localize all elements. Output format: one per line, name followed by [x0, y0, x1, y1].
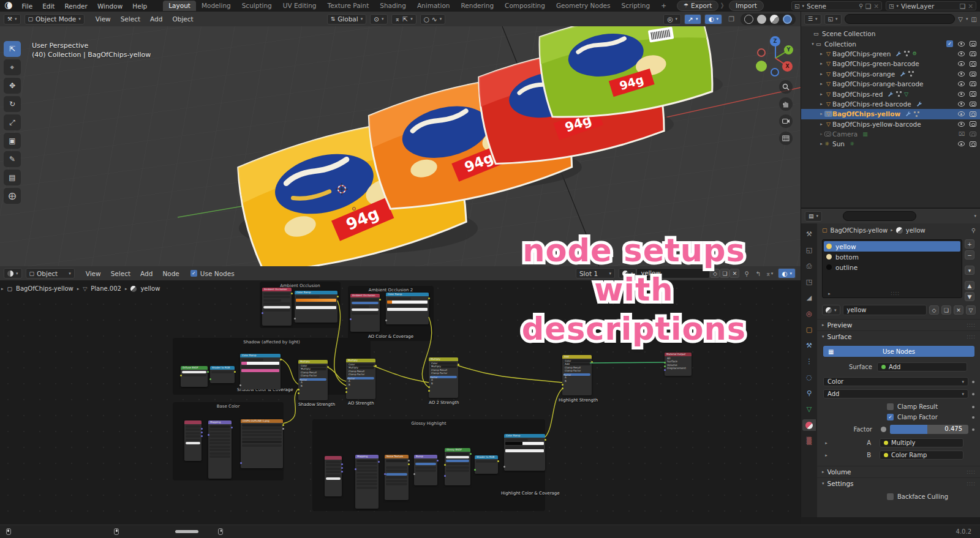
- camera-view-icon[interactable]: [779, 114, 793, 128]
- shading-wireframe-icon[interactable]: [744, 15, 753, 24]
- tool-add-cube[interactable]: ⨁: [4, 188, 21, 204]
- tab-constraints-icon[interactable]: ⚲: [802, 387, 816, 399]
- tab-output-icon[interactable]: ⎙: [802, 260, 816, 272]
- camera-visibility-icon[interactable]: [970, 102, 976, 107]
- tool-annotate[interactable]: ✎: [4, 151, 21, 167]
- eye-icon[interactable]: [958, 141, 965, 146]
- node-shader-to-rgb-1[interactable]: Shader to RGB: [210, 366, 235, 383]
- camera-visibility-icon[interactable]: [970, 61, 976, 67]
- b-expand-icon[interactable]: ▸: [823, 453, 829, 458]
- shading-solid-icon[interactable]: [757, 15, 766, 24]
- slot-bottom[interactable]: bottom: [824, 252, 960, 262]
- zoom-icon[interactable]: [779, 80, 793, 94]
- eye-icon[interactable]: [958, 42, 965, 47]
- node-texture-coordinate-2[interactable]: [325, 456, 342, 496]
- tab-render-icon[interactable]: ◱: [802, 244, 816, 256]
- eye-icon[interactable]: [958, 122, 965, 127]
- camera-visibility-icon[interactable]: [970, 121, 976, 127]
- new-viewlayer-icon[interactable]: ❏: [960, 2, 965, 10]
- tab-layout[interactable]: Layout: [163, 1, 196, 11]
- clamp-factor-checkbox[interactable]: ✓: [887, 414, 894, 420]
- node-color-ramp-shadow[interactable]: Color Ramp: [240, 354, 281, 389]
- tab-modeling[interactable]: Modeling: [196, 1, 236, 11]
- transform-orientation[interactable]: ⇅ Global▾: [327, 14, 367, 24]
- menu-render[interactable]: Render: [59, 2, 92, 10]
- eye-icon[interactable]: [958, 102, 965, 106]
- add-workspace-button[interactable]: +: [655, 1, 672, 11]
- outliner-row-camera[interactable]: ▸ Camera ▦ ⌧: [801, 129, 980, 139]
- pin-icon[interactable]: ⚲: [971, 227, 976, 234]
- eye-icon[interactable]: [958, 111, 965, 116]
- tab-object-icon[interactable]: ▢: [802, 324, 816, 335]
- menu-edit[interactable]: Edit: [37, 2, 59, 10]
- animate-dot[interactable]: [972, 406, 974, 408]
- slot-specials-menu[interactable]: ▾: [965, 266, 974, 275]
- add-slot-button[interactable]: +: [965, 239, 974, 248]
- preview-panel-header[interactable]: ▸Preview::::: [817, 319, 980, 331]
- breadcrumb-object[interactable]: BagOfChips-yellow: [16, 285, 74, 292]
- tab-texture-paint[interactable]: Texture Paint: [322, 1, 375, 11]
- use-nodes-button[interactable]: ▦ Use Nodes: [823, 346, 974, 357]
- outliner-row-bag-red[interactable]: ▸▽BagOfChips-red ▽: [801, 89, 980, 99]
- a-value[interactable]: Multiply: [880, 438, 963, 447]
- node-material-output[interactable]: Material Output All Surface Volume Displ…: [665, 353, 692, 376]
- outliner-row-sun[interactable]: ▸ ☼ Sun ☼: [801, 139, 980, 149]
- outliner-row-bag-orange[interactable]: ▸▽BagOfChips-orange: [801, 69, 980, 79]
- eye-icon[interactable]: [958, 92, 965, 97]
- outliner-row-collection[interactable]: ▾ ▭ Collection ✓: [801, 39, 980, 48]
- outliner-row-scene-collection[interactable]: ▭ Scene Collection: [801, 29, 980, 39]
- node-color-ramp-2[interactable]: Color Ramp: [386, 293, 429, 324]
- pan-hand-icon[interactable]: [779, 97, 793, 111]
- tab-compositing[interactable]: Compositing: [499, 1, 551, 11]
- breadcrumb-expand-icon[interactable]: ▸: [1, 286, 4, 291]
- tab-modifiers-icon[interactable]: ⚒: [802, 340, 816, 351]
- breadcrumb-material[interactable]: yellow: [906, 227, 925, 234]
- show-object-types[interactable]: ◎▾: [663, 14, 681, 24]
- tab-animation[interactable]: Animation: [412, 1, 456, 11]
- tool-cursor[interactable]: ⌖: [4, 59, 21, 75]
- animate-dot[interactable]: [972, 428, 974, 431]
- vp-menu-add[interactable]: Add: [145, 15, 167, 23]
- sh-menu-node[interactable]: Node: [157, 270, 184, 277]
- move-slot-down-button[interactable]: ▼: [965, 292, 974, 301]
- gizmo-axis-x-neg[interactable]: [757, 48, 766, 57]
- node-diffuse-bsdf[interactable]: Diffuse BSDF: [181, 366, 208, 387]
- navigation-gizmo[interactable]: Z Y X: [752, 34, 796, 78]
- blend-mode-dropdown[interactable]: Add▾: [823, 389, 968, 398]
- animate-dot[interactable]: [972, 416, 974, 419]
- camera-visibility-icon[interactable]: [970, 51, 976, 57]
- eye-icon[interactable]: [958, 61, 965, 66]
- editor-type-outliner[interactable]: ☰▾: [804, 14, 821, 24]
- tab-material-icon[interactable]: [802, 419, 816, 431]
- node-glossy-bsdf[interactable]: Glossy BSDF: [445, 448, 470, 485]
- node-shader-to-rgb-2[interactable]: Shader to RGB: [475, 455, 498, 474]
- shading-rendered-icon[interactable]: [783, 15, 792, 24]
- clamp-result-checkbox[interactable]: [887, 403, 894, 410]
- node-mapping-2[interactable]: Mapping: [355, 455, 379, 509]
- menu-help[interactable]: Help: [127, 2, 152, 10]
- menu-window[interactable]: Window: [92, 2, 127, 10]
- factor-slider[interactable]: 0.475: [890, 425, 968, 434]
- eye-icon[interactable]: [958, 72, 965, 77]
- outliner-search-input[interactable]: [845, 14, 956, 24]
- volume-panel-header[interactable]: ▸Volume::::: [817, 466, 980, 477]
- node-color-ramp-1[interactable]: Color Ramp: [295, 291, 337, 323]
- node-add-highlight-strength[interactable]: Add Color Add Clamp Result Clamp Factor …: [562, 355, 592, 395]
- sh-menu-select[interactable]: Select: [106, 270, 135, 277]
- tab-viewlayer-icon[interactable]: ◳: [802, 276, 816, 288]
- animate-dot[interactable]: [972, 381, 974, 383]
- material-name-field[interactable]: yellow: [843, 305, 927, 315]
- pin-icon[interactable]: ⚲: [859, 3, 863, 9]
- gizmo-axis-y[interactable]: Y: [784, 45, 793, 54]
- editor-type-shader[interactable]: ▾: [4, 268, 22, 278]
- node-mapping-1[interactable]: Mapping: [208, 420, 232, 479]
- outliner-options-icon[interactable]: ◫: [971, 16, 977, 23]
- viewlayer-selector[interactable]: ◳ ▾ ViewLayer ❏ ✕: [886, 1, 976, 10]
- use-nodes-checkbox[interactable]: ✓: [190, 270, 197, 277]
- orthographic-grid-icon[interactable]: [779, 132, 793, 145]
- browse-material-button[interactable]: ▾: [822, 305, 840, 315]
- unlink-material-icon[interactable]: ✕: [954, 305, 963, 315]
- camera-visibility-icon[interactable]: [970, 72, 976, 77]
- surface-value[interactable]: Add: [877, 362, 967, 372]
- camera-visibility-icon[interactable]: [970, 132, 976, 137]
